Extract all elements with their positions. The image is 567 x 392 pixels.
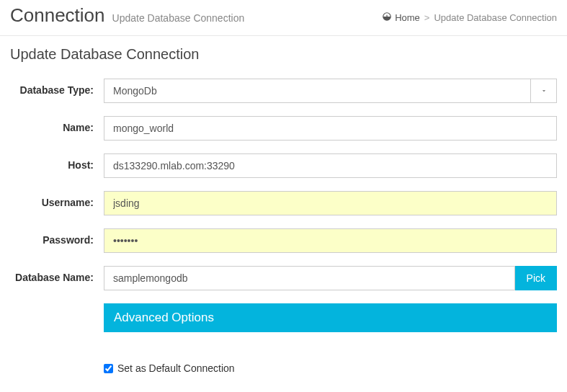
form-row-db-name: Database Name: Pick: [10, 266, 557, 290]
advanced-options-toggle[interactable]: Advanced Options: [104, 303, 557, 332]
db-type-select[interactable]: MongoDb: [104, 79, 557, 103]
form-row-password: Password:: [10, 228, 557, 253]
panel: Update Database Connection Database Type…: [0, 36, 567, 388]
host-input[interactable]: [104, 153, 557, 178]
pick-button[interactable]: Pick: [515, 266, 557, 290]
form-row-db-type: Database Type: MongoDb: [10, 79, 557, 103]
db-type-value: MongoDb: [104, 79, 531, 103]
password-label: Password:: [10, 228, 104, 246]
breadcrumb-current: Update Database Connection: [434, 12, 557, 23]
password-input[interactable]: [104, 228, 557, 253]
breadcrumb: Home > Update Database Connection: [382, 12, 557, 24]
username-label: Username:: [10, 191, 104, 209]
page-title: Connection: [10, 4, 105, 27]
chevron-down-icon: [540, 85, 548, 97]
name-label: Name:: [10, 116, 104, 134]
breadcrumb-separator: >: [424, 12, 430, 23]
breadcrumb-home-link[interactable]: Home: [382, 12, 420, 24]
db-name-input[interactable]: [104, 266, 515, 290]
username-input[interactable]: [104, 191, 557, 215]
db-name-label: Database Name:: [10, 266, 104, 284]
db-type-caret-button[interactable]: [531, 79, 557, 103]
host-label: Host:: [10, 153, 104, 172]
page-subtitle: Update Database Connection: [112, 12, 245, 24]
db-type-label: Database Type:: [10, 79, 104, 97]
form-row-host: Host:: [10, 153, 557, 178]
breadcrumb-home-label: Home: [395, 12, 420, 23]
default-connection-label[interactable]: Set as Default Connection: [117, 362, 235, 374]
panel-title: Update Database Connection: [10, 46, 557, 63]
page-header: Connection Update Database Connection Ho…: [0, 0, 567, 36]
form-row-name: Name:: [10, 116, 557, 141]
dashboard-icon: [382, 12, 392, 24]
name-input[interactable]: [104, 116, 557, 141]
header-left: Connection Update Database Connection: [10, 4, 244, 27]
default-connection-row: Set as Default Connection: [104, 362, 557, 374]
form-row-username: Username:: [10, 191, 557, 215]
default-connection-checkbox[interactable]: [104, 364, 113, 373]
